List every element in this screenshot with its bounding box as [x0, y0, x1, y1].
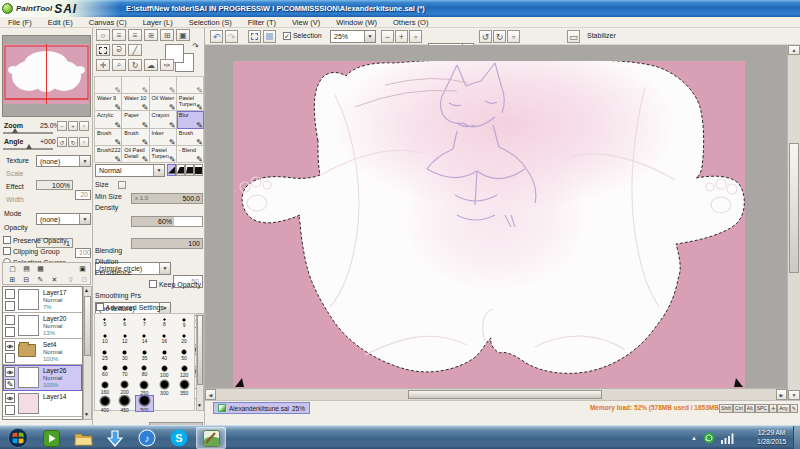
menu-view[interactable]: View (V)	[284, 18, 328, 27]
brush-edge-flat-button[interactable]	[194, 164, 203, 176]
angle-slider-thumb[interactable]	[26, 144, 32, 149]
brush-mode-dropdown[interactable]: Normal▼	[95, 164, 165, 177]
taskbar-clock[interactable]: 12:29 AM 1/28/2015	[757, 428, 786, 446]
zoom-reset-button[interactable]: ▫	[79, 121, 89, 131]
brush-brush[interactable]: Brush✎	[122, 129, 149, 146]
taskbar-file-explorer-icon[interactable]	[68, 427, 98, 449]
brush-pastel-turpen[interactable]: Pastel Turpen✎	[150, 146, 177, 163]
layer-edit-toggle[interactable]: ✎	[5, 379, 15, 389]
layer-row-layer20[interactable]: Layer20Normal13%	[3, 313, 82, 339]
texture-dropdown[interactable]: (none)▼	[36, 155, 91, 167]
brush-size-16[interactable]: 16	[154, 330, 174, 346]
pen-icon[interactable]: ✎	[150, 77, 177, 94]
update-tray-icon[interactable]	[703, 432, 715, 444]
show-desktop-button[interactable]	[793, 426, 800, 449]
scratchpad-icon[interactable]: ▣	[176, 29, 190, 41]
canvas-viewport[interactable]	[205, 45, 787, 388]
layer-visibility-toggle[interactable]	[5, 289, 15, 299]
hsv-slider-icon[interactable]: ≡	[128, 29, 142, 41]
menu-layer[interactable]: Layer (L)	[135, 18, 181, 27]
brush-size-160[interactable]: 160	[95, 379, 115, 395]
menu-file[interactable]: File (F)	[0, 18, 40, 27]
swap-colors-icon[interactable]: ↷	[192, 42, 199, 51]
brush-size-40[interactable]: 40	[154, 347, 174, 363]
brush-size-25[interactable]: 25	[95, 347, 115, 363]
zoom-out-button[interactable]: −	[381, 30, 394, 43]
size-bar[interactable]: 500.0 x 1.0	[131, 193, 203, 204]
new-layer-set-icon[interactable]: ▦	[35, 264, 46, 274]
new-layer-icon[interactable]: ▢	[7, 264, 18, 274]
layer-row-set4[interactable]: Set4Normal100%	[3, 339, 82, 365]
size-unit-button[interactable]	[118, 181, 126, 189]
brush-edge-soft-button[interactable]	[176, 164, 185, 176]
brush-size-250[interactable]: 250	[135, 379, 155, 395]
menu-others[interactable]: Others (O)	[385, 18, 436, 27]
brush-size-100[interactable]: 100	[154, 363, 174, 379]
brush-size-12[interactable]: 12	[115, 330, 135, 346]
brush-size-80[interactable]: 80	[135, 363, 155, 379]
zoom-in-button[interactable]: +	[68, 121, 78, 131]
layer-edit-toggle[interactable]	[5, 301, 15, 311]
brush-size-7[interactable]: 7	[135, 314, 155, 330]
brush-size-200[interactable]: 200	[115, 379, 135, 395]
taskbar-itunes-icon[interactable]: ♪	[132, 427, 162, 449]
zoom-in-button[interactable]: +	[395, 30, 408, 43]
layer-edit-toggle[interactable]	[5, 405, 15, 415]
brush-pastel-turpen[interactable]: Pastel Turpen✎	[177, 94, 204, 111]
brush-size-120[interactable]: 120	[174, 363, 194, 379]
rotate-view-tool[interactable]: ↻	[128, 59, 142, 71]
layer-edit-toggle[interactable]	[5, 353, 15, 363]
new-linework-layer-icon[interactable]: ▤	[21, 264, 32, 274]
brush-water-9[interactable]: Water 9✎	[95, 94, 122, 111]
zoom-tool[interactable]: ⌕	[112, 59, 126, 71]
eyedropper-tool[interactable]: ✑	[160, 59, 174, 71]
brush-crayon[interactable]: Crayon✎	[150, 111, 177, 128]
rotate-ccw-button[interactable]: ↺	[57, 137, 67, 147]
vertical-scrollbar[interactable]: ▲ ▼	[787, 45, 800, 400]
brush-size-50[interactable]: 50	[174, 347, 194, 363]
brush-edge-hard-button[interactable]	[167, 164, 176, 176]
layer-row-layer14[interactable]: Layer14	[3, 391, 82, 417]
brush-size-30[interactable]: 30	[115, 347, 135, 363]
hand-tool[interactable]: ☁	[144, 59, 158, 71]
magic-wand-tool[interactable]: ╱	[128, 44, 142, 56]
density-bar[interactable]: 100	[131, 238, 203, 249]
layer-edit-toggle[interactable]	[5, 327, 15, 337]
rgb-slider-icon[interactable]: ≡	[112, 29, 126, 41]
undo-icon[interactable]: ↶	[210, 30, 223, 43]
airbrush-icon[interactable]: ✎	[95, 77, 122, 94]
zoom-slider[interactable]	[3, 132, 53, 134]
layer-visibility-toggle[interactable]	[5, 367, 15, 377]
network-signal-icon[interactable]	[721, 433, 734, 444]
rotate-ccw-button[interactable]: ↺	[479, 30, 492, 43]
color-wheel-icon[interactable]: ○	[96, 29, 110, 41]
brush-paper[interactable]: Paper✎	[122, 111, 149, 128]
brush-size-5[interactable]: 5	[95, 314, 115, 330]
redo-icon[interactable]: ↷	[225, 30, 238, 43]
brush-size-60[interactable]: 60	[95, 363, 115, 379]
keep-opacity-checkbox[interactable]: Keep Opacity	[149, 280, 201, 288]
rect-select-tool[interactable]	[96, 44, 110, 56]
taskbar-painttool-sai-icon[interactable]	[196, 427, 226, 449]
min-size-bar[interactable]: 60%	[131, 216, 203, 227]
brush--blend[interactable]: - Blend✎	[177, 146, 204, 163]
effect-dropdown[interactable]: (none)▼	[36, 213, 91, 225]
brush-size-350[interactable]: 350	[174, 379, 194, 395]
angle-reset-button[interactable]: ▫	[79, 137, 89, 147]
deselect-icon[interactable]	[248, 30, 261, 43]
brush-size-500[interactable]: 500	[135, 395, 155, 411]
document-tab[interactable]: Alexanderkitsune.sai 25%	[213, 402, 310, 414]
brush-size-70[interactable]: 70	[115, 363, 135, 379]
brush-brush222[interactable]: Brush222✎	[95, 146, 122, 163]
navigator-preview[interactable]	[2, 35, 91, 117]
brush-size-8[interactable]: 8	[154, 314, 174, 330]
brush-size-9[interactable]: 9	[174, 314, 194, 330]
brush-water-10[interactable]: Water 10✎	[122, 94, 149, 111]
brush-size-450[interactable]: 450	[115, 395, 135, 411]
menu-selection[interactable]: Selection (S)	[181, 18, 240, 27]
brush-size-14[interactable]: 14	[135, 330, 155, 346]
brush-oil-pastl-detail[interactable]: Oil Pastl Detail✎	[122, 146, 149, 163]
layer-row-layer17[interactable]: Layer17Normal7%	[3, 287, 82, 313]
layer-mask-icon[interactable]: ▣	[77, 264, 88, 274]
taskbar-download-manager-icon[interactable]	[100, 427, 130, 449]
